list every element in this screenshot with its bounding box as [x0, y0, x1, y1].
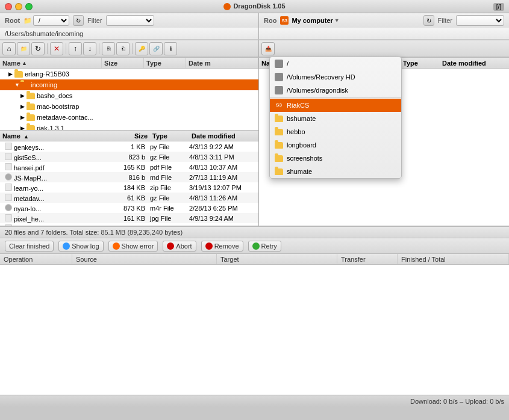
- tree-header: Name ▲ Size Type Date m: [0, 58, 258, 69]
- tree-item[interactable]: ▶ mac-bootstrap: [0, 101, 258, 112]
- tree-header-name: Name ▲: [0, 58, 102, 68]
- dropdown-folder-icon-5: [275, 168, 283, 175]
- left-toolbar: ⌂ 📁 ↻ ✕ ↑ ↓ ⎘ ⎗ 🔑 🔗 ℹ: [0, 40, 259, 57]
- folder-icon-2: [27, 93, 35, 99]
- list-item[interactable]: JS-MapR... 816 b md File 2/7/13 11:19 AM: [0, 172, 258, 182]
- tree-header-date[interactable]: Date m: [186, 58, 258, 68]
- operations-table-header: Operation Source Target Transfer Finishe…: [0, 254, 509, 265]
- info-button[interactable]: ℹ: [164, 42, 177, 55]
- window-controls[interactable]: [5, 3, 33, 10]
- permissions-button[interactable]: 🔑: [135, 42, 148, 55]
- dropdown-item-longboard[interactable]: longboard: [270, 138, 401, 152]
- close-button[interactable]: [5, 3, 12, 10]
- tree-header-size[interactable]: Size: [102, 58, 144, 68]
- list-item[interactable]: hansei.pdf 165 KB pdf File 4/8/13 10:37 …: [0, 162, 258, 172]
- remove-button[interactable]: Remove: [201, 241, 243, 252]
- dropdown-folder-icon-3: [275, 142, 283, 149]
- dropdown-folder-icon-2: [275, 129, 283, 135]
- minimize-button[interactable]: [15, 3, 22, 10]
- retry-button[interactable]: Retry: [248, 241, 281, 252]
- link-button[interactable]: 🔗: [149, 42, 163, 55]
- folder-icon: [14, 71, 23, 78]
- root-select[interactable]: /: [33, 15, 69, 26]
- abort-icon: [167, 242, 174, 250]
- tree-item-selected[interactable]: ▼ incoming: [0, 79, 258, 90]
- dropdown-item-dragondisk[interactable]: /Volumes/dragondisk: [270, 84, 401, 97]
- dropdown-item-screenshots[interactable]: screenshots: [270, 152, 401, 165]
- retry-icon: [252, 242, 260, 250]
- home-button[interactable]: ⌂: [2, 42, 16, 55]
- file-header-date[interactable]: Date modified: [189, 132, 258, 140]
- folder-icon-small: 📁: [23, 17, 32, 25]
- left-filter-select[interactable]: [106, 15, 154, 26]
- list-item[interactable]: metadav... 61 KB gz File 4/8/13 11:26 AM: [0, 193, 258, 203]
- right-header-date[interactable]: Date modified: [440, 60, 509, 67]
- tree-item[interactable]: ▶ erlang-R15B03: [0, 69, 258, 79]
- list-item[interactable]: gist5eS... 823 b gz File 4/8/13 3:11 PM: [0, 152, 258, 162]
- copy-button[interactable]: ⎘: [102, 42, 115, 55]
- filter-label-right: Filter: [438, 17, 452, 24]
- left-refresh-button[interactable]: ↻: [73, 15, 84, 26]
- right-download-button[interactable]: 📥: [261, 42, 275, 55]
- folder-icon-selected: [20, 82, 29, 88]
- file-icon: [5, 153, 12, 160]
- tree-header-type[interactable]: Type: [144, 58, 186, 68]
- right-refresh-button[interactable]: ↻: [423, 15, 434, 26]
- abort-button[interactable]: Abort: [163, 241, 196, 252]
- file-icon: [5, 224, 12, 226]
- tree-toggle[interactable]: ▶: [8, 71, 14, 77]
- tree-item[interactable]: ▶ metadave-contac...: [0, 112, 258, 123]
- disk-icon-2: [275, 73, 283, 81]
- dropdown-item-riakcs[interactable]: S3 RiakCS: [270, 99, 401, 112]
- maximize-button[interactable]: [25, 3, 33, 10]
- directory-tree[interactable]: Name ▲ Size Type Date m ▶ erlang-R15B03 …: [0, 58, 258, 130]
- new-folder-button[interactable]: 📁: [17, 42, 30, 55]
- dropdown-item-root[interactable]: /: [270, 57, 401, 70]
- delete-button[interactable]: ✕: [50, 42, 63, 55]
- dropdown-item-hebbo[interactable]: hebbo: [270, 125, 401, 138]
- right-current-path: [259, 28, 509, 40]
- dropdown-item-shumate[interactable]: shumate: [270, 165, 401, 178]
- list-item[interactable]: genkeys... 1 KB py File 4/3/13 9:22 AM: [0, 141, 258, 152]
- op-header-source: Source: [72, 254, 217, 264]
- show-error-button[interactable]: Show error: [108, 241, 158, 252]
- file-icon: [5, 173, 12, 181]
- dropdown-separator: [270, 97, 401, 98]
- list-item[interactable]: learn-yo... 184 KB zip File 3/19/13 12:0…: [0, 182, 258, 193]
- tree-toggle-2[interactable]: ▼: [14, 82, 20, 88]
- toolbar-separator-3: [99, 43, 99, 54]
- file-header-size[interactable]: Size: [117, 132, 150, 140]
- dropdown-item-bshumate[interactable]: bshumate: [270, 112, 401, 125]
- operations-section: Operation Source Target Transfer Finishe…: [0, 254, 509, 395]
- list-item[interactable]: pixel_he... 161 KB jpg File 4/9/13 9:24 …: [0, 213, 258, 223]
- file-header-name[interactable]: Name ▲: [0, 132, 117, 140]
- log-icon: [63, 242, 70, 250]
- tree-toggle-3[interactable]: ▶: [20, 93, 27, 99]
- download-button[interactable]: ↓: [83, 42, 96, 55]
- right-root-bar: Roo S3 My computer ▼ ↻ Filter: [259, 13, 509, 28]
- right-header-type[interactable]: Type: [401, 60, 440, 67]
- list-item[interactable]: Prioritiz... 1.1 MB pdf File 3/5/13 4:29…: [0, 223, 258, 226]
- toolbar-separator-2: [66, 43, 66, 54]
- refresh-button[interactable]: ↻: [31, 42, 45, 55]
- right-filter-select[interactable]: [456, 15, 504, 26]
- show-log-button[interactable]: Show log: [58, 241, 103, 252]
- disk-icon: [275, 60, 283, 68]
- file-icon: [5, 204, 12, 211]
- computer-dropdown[interactable]: / /Volumes/Recovery HD /Volumes/dragondi…: [269, 57, 402, 179]
- tree-item[interactable]: ▶ riak-1.3.1: [0, 123, 258, 130]
- folder-icon-4: [27, 114, 35, 121]
- file-header-type[interactable]: Type: [150, 132, 189, 140]
- toolbar-separator: [47, 43, 48, 54]
- tree-item[interactable]: ▶ basho_docs: [0, 90, 258, 101]
- list-item[interactable]: nyan-lo... 873 KB m4r File 2/28/13 6:25 …: [0, 203, 258, 213]
- dropdown-item-recovery[interactable]: /Volumes/Recovery HD: [270, 70, 401, 84]
- clear-finished-button[interactable]: Clear finished: [5, 241, 54, 252]
- upload-button[interactable]: ↑: [69, 42, 82, 55]
- file-icon: [5, 143, 12, 150]
- remove-icon: [205, 242, 213, 250]
- file-list[interactable]: Name ▲ Size Type Date modified genkeys..…: [0, 130, 258, 226]
- move-button[interactable]: ⎗: [116, 42, 130, 55]
- file-header: Name ▲ Size Type Date modified: [0, 131, 258, 141]
- title-bar: DragonDisk 1.05 [/]: [0, 0, 509, 13]
